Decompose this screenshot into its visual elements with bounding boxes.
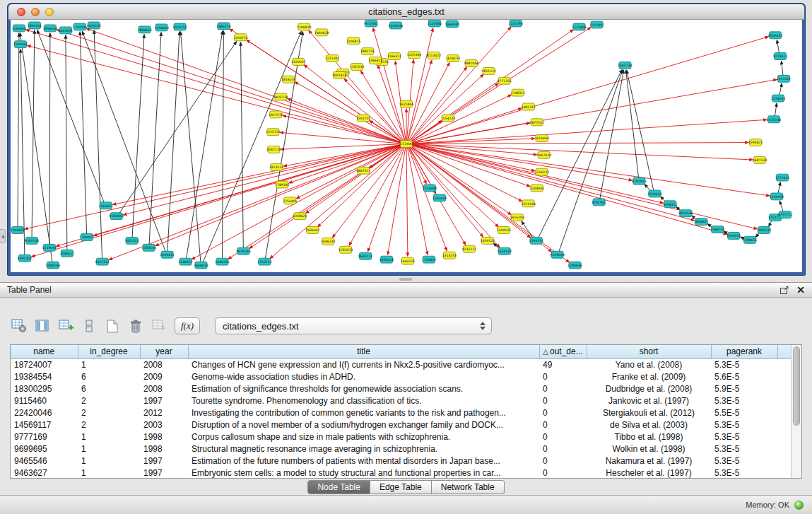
table-cell[interactable]: 1 (78, 455, 140, 467)
column-header-short[interactable]: short (587, 345, 711, 358)
graph-node[interactable]: 1546733 (710, 226, 724, 233)
graph-node[interactable]: 1474155 (172, 23, 187, 30)
graph-node[interactable]: 1034933 (770, 193, 784, 200)
table-cell[interactable]: 9699695 (11, 443, 78, 455)
graph-node[interactable]: 1225344 (407, 52, 421, 59)
table-cell[interactable]: 2008 (140, 382, 188, 395)
table-row[interactable]: 969969511998Structural magnetic resonanc… (11, 443, 792, 455)
table-cell[interactable]: 49 (539, 358, 587, 370)
graph-node[interactable]: 1748312 (511, 89, 525, 96)
table-cell[interactable]: 0 (539, 407, 587, 419)
table-cell[interactable]: 2 (78, 395, 140, 407)
graph-node[interactable]: 9910144 (678, 210, 693, 217)
graph-node[interactable]: 9505133 (25, 237, 39, 244)
table-cell[interactable]: Tibbo et al. (1998) (587, 431, 711, 443)
table-cell[interactable]: 5.3E-5 (711, 358, 777, 370)
table-cell[interactable]: Investigating the contribution of common… (188, 407, 539, 419)
graph-node[interactable]: 1771022 (775, 174, 789, 181)
graph-node[interactable]: 1221790 (509, 20, 523, 27)
table-cell[interactable]: 22420046 (11, 407, 78, 419)
table-cell[interactable]: Nakamura et al. (1997) (587, 455, 711, 467)
graph-node[interactable]: 1664628 (314, 29, 329, 36)
table-cell[interactable]: Franke et al. (2009) (587, 370, 711, 382)
graph-node[interactable]: 9057311 (95, 258, 110, 265)
graph-node[interactable]: 1616204 (510, 214, 524, 221)
table-row[interactable]: 2242004622012Investigating the contribut… (11, 407, 792, 419)
column-header-year[interactable]: year (140, 345, 188, 358)
table-row[interactable]: 1456911722003Disruption of a novel membe… (11, 419, 792, 431)
table-cell[interactable]: 5.3E-5 (711, 419, 777, 431)
graph-node[interactable]: 1067420 (536, 151, 551, 158)
table-cell[interactable]: 9465546 (11, 455, 78, 467)
graph-node[interactable]: 5051322 (124, 237, 139, 244)
graph-node[interactable]: 9394311 (663, 201, 677, 208)
table-cell[interactable]: 5.9E-5 (711, 382, 777, 395)
graph-node[interactable]: 1287533 (350, 63, 364, 70)
graph-node[interactable]: 1204753 (233, 34, 247, 41)
graph-node[interactable]: 9981044 (464, 60, 478, 67)
graph-node[interactable]: 5580744 (46, 262, 60, 269)
graph-node[interactable]: 2206818 (297, 23, 311, 30)
table-cell[interactable]: Stergiakouli et al. (2012) (587, 407, 711, 419)
table-cell[interactable]: 0 (539, 370, 587, 382)
table-cell[interactable]: Estimation of significance thresholds fo… (188, 382, 539, 395)
import-table-button[interactable] (150, 317, 168, 335)
table-cell[interactable]: Embryonic stem cells: a model to study s… (188, 467, 539, 479)
panel-divider[interactable] (0, 276, 812, 282)
table-row[interactable]: 946554611997Estimation of the future num… (11, 455, 792, 467)
table-cell[interactable]: Tourette syndrome. Phenomenology and cla… (188, 395, 539, 407)
graph-node[interactable]: 1625155 (87, 22, 101, 29)
table-cell[interactable]: Estimation of the future numbers of pati… (188, 455, 539, 467)
table-cell[interactable]: 6 (78, 382, 140, 395)
graph-node[interactable]: 9851222 (482, 67, 496, 74)
graph-node[interactable]: 1414322 (777, 75, 791, 82)
table-cell[interactable]: 2009 (140, 370, 188, 382)
create-table-button[interactable] (103, 317, 122, 335)
graph-node[interactable]: 2485311 (521, 103, 535, 110)
graph-node[interactable]: 1830424 (379, 256, 394, 263)
tab-network-table[interactable]: Network Table (432, 480, 505, 494)
table-cell[interactable]: 5.3E-5 (711, 395, 777, 407)
graph-node[interactable]: 1645734 (618, 62, 632, 69)
table-cell[interactable]: 1998 (140, 431, 188, 443)
graph-node[interactable]: 9771355 (498, 77, 512, 84)
row-options-button[interactable] (80, 317, 98, 335)
table-row[interactable]: 946362711997Embryonic stem cells: a mode… (11, 467, 792, 479)
graph-node[interactable]: 1644125 (401, 257, 415, 264)
table-cell[interactable]: Changes of HCN gene expression and I(f) … (188, 358, 539, 370)
graph-node[interactable]: 1074244 (521, 200, 535, 207)
graph-node[interactable]: 1166311 (387, 53, 401, 60)
table-cell[interactable]: 1997 (140, 467, 188, 479)
graph-node[interactable]: 2867311 (356, 167, 370, 174)
graph-node[interactable]: 8791901 (592, 199, 606, 206)
graph-node[interactable]: 172400 (400, 141, 413, 148)
graph-node[interactable]: 1009655 (11, 227, 25, 234)
graph-node[interactable]: 1700433 (647, 190, 661, 197)
table-selector[interactable]: citations_edges.txt (215, 317, 492, 334)
graph-node[interactable]: 2425134 (273, 93, 288, 100)
graph-node[interactable]: 7254401 (283, 197, 297, 204)
table-cell[interactable]: 18300295 (11, 382, 78, 395)
graph-node[interactable]: 9509433 (768, 32, 782, 39)
graph-node[interactable]: 1427570 (269, 111, 283, 118)
table-cell[interactable]: 2012 (140, 407, 188, 419)
table-cell[interactable]: de Silva et al. (2003) (587, 419, 711, 431)
graph-node[interactable]: 3001424 (332, 71, 346, 78)
graph-node[interactable]: 9572301 (364, 20, 378, 27)
table-cell[interactable]: 5.3E-5 (711, 467, 777, 479)
graph-node[interactable]: 2525144 (767, 116, 781, 123)
table-row[interactable]: 1938455462009Genome-wide association stu… (11, 370, 792, 382)
graph-node[interactable]: 1700422 (80, 233, 94, 240)
graph-node[interactable]: 2160650 (12, 25, 26, 32)
graph-node[interactable]: 1065533 (757, 227, 771, 234)
table-scrollbar[interactable] (791, 345, 801, 478)
close-panel-icon[interactable]: ✕ (796, 285, 805, 295)
graph-node[interactable]: 2204043 (529, 185, 543, 192)
table-cell[interactable]: Hescheler et al. (1997) (587, 467, 711, 479)
graph-node[interactable]: 1986279 (216, 23, 230, 30)
graph-node[interactable]: 1294003 (154, 24, 168, 31)
graph-node[interactable]: 1221897 (589, 21, 604, 28)
tab-edge-table[interactable]: Edge Table (370, 480, 432, 494)
table-cell[interactable]: 9777169 (11, 431, 78, 443)
graph-node[interactable]: 7636447 (305, 227, 319, 234)
